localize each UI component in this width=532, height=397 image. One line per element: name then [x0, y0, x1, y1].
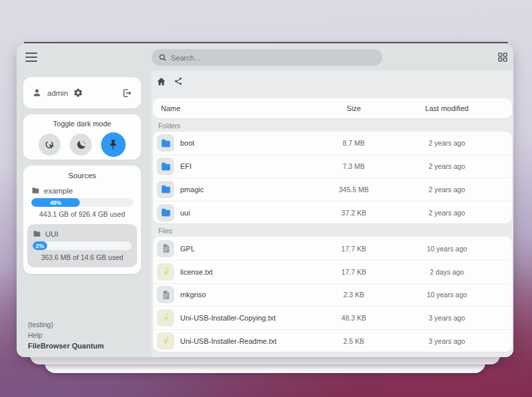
- top-bar: [17, 44, 513, 70]
- listing-section: Folders b: [152, 122, 513, 223]
- help-link[interactable]: Help: [28, 330, 104, 340]
- usage-progressbar: 48%: [31, 198, 133, 207]
- column-modified[interactable]: Last modified: [387, 104, 507, 112]
- username-label: admin: [47, 89, 68, 97]
- app-window: admin Toggle dark mode: [17, 44, 513, 357]
- file-size: 37.2 KB: [321, 209, 387, 217]
- search-bar[interactable]: [152, 49, 382, 66]
- column-name[interactable]: Name: [157, 104, 321, 112]
- dark-mode-card: Toggle dark mode: [23, 114, 141, 160]
- section-label: Files: [158, 227, 513, 235]
- file-listing-panel: Name Size Last modified Folders: [152, 70, 513, 357]
- file-name: license.txt: [180, 268, 213, 276]
- search-input[interactable]: [171, 54, 376, 62]
- menu-icon[interactable]: [25, 53, 37, 62]
- user-icon: [32, 88, 42, 98]
- section-label: Folders: [158, 122, 513, 130]
- settings-gear-icon[interactable]: [73, 88, 83, 98]
- list-header: Name Size Last modified: [153, 98, 512, 118]
- file-row[interactable]: GPL 17.7 KB 10 years ago: [153, 237, 512, 260]
- file-name: pmagic: [180, 186, 203, 194]
- file-name: EFI: [180, 162, 192, 170]
- sources-card: Sources example 48% 443.1 GB of 926.4 GB…: [23, 166, 141, 274]
- file-modified: 3 years ago: [387, 314, 507, 322]
- source-name: example: [44, 187, 72, 195]
- file-list-card: boot 8.7 MB 2 years ago: [153, 132, 512, 223]
- usage-percent: 48%: [50, 199, 61, 206]
- file-type-icon: [157, 181, 174, 198]
- file-row[interactable]: Uni-USB-Installer-Readme.txt 2.5 KB 3 ye…: [153, 329, 512, 352]
- app-name: FileBrowser Quantum: [28, 340, 104, 351]
- sidebar-footer: (testing) Help FileBrowser Quantum: [28, 319, 104, 351]
- file-type-icon: [157, 158, 174, 175]
- usage-progressbar: 2%: [33, 241, 132, 250]
- file-name: uui: [180, 209, 190, 217]
- background-card-edge: [24, 42, 508, 43]
- file-modified: 10 years ago: [387, 245, 507, 253]
- column-size[interactable]: Size: [321, 104, 387, 112]
- sources-list: example 48% 443.1 GB of 926.4 GB used UU…: [23, 184, 141, 267]
- dark-mode-moon-icon[interactable]: [70, 134, 92, 156]
- file-modified: 2 years ago: [387, 186, 507, 194]
- file-row[interactable]: EFI 7.3 MB 2 years ago: [153, 155, 512, 178]
- file-size: 48.3 KB: [321, 314, 387, 322]
- file-name: Uni-USB-Installer-Copying.txt: [180, 314, 276, 322]
- usage-text: 363.6 MB of 14.6 GB used: [33, 253, 132, 261]
- grid-view-icon[interactable]: [497, 52, 508, 63]
- file-modified: 3 years ago: [387, 337, 507, 345]
- file-type-icon: [157, 204, 174, 221]
- file-modified: 2 years ago: [387, 209, 507, 217]
- home-icon[interactable]: [156, 76, 166, 86]
- version-link[interactable]: (testing): [28, 319, 104, 330]
- source-name: UUI: [45, 230, 59, 238]
- file-size: 2.5 KB: [321, 337, 387, 345]
- file-type-icon: [157, 263, 174, 281]
- pin-mode-icon[interactable]: [101, 132, 126, 157]
- folder-icon: [31, 186, 40, 195]
- dark-mode-title: Toggle dark mode: [23, 120, 141, 128]
- file-modified: 10 years ago: [387, 291, 507, 299]
- search-icon: [158, 53, 167, 62]
- file-row[interactable]: Uni-USB-Installer-Copying.txt 48.3 KB 3 …: [153, 306, 512, 329]
- file-modified: 2 years ago: [387, 162, 507, 170]
- usage-text: 443.1 GB of 926.4 GB used: [31, 210, 133, 218]
- file-type-icon: [157, 332, 174, 350]
- file-row[interactable]: license.txt 17.7 KB 2 days ago: [153, 260, 512, 283]
- user-card: admin: [23, 77, 141, 108]
- file-type-icon: [157, 134, 174, 152]
- file-list-card: GPL 17.7 KB 10 years ago: [153, 237, 512, 352]
- listing-sections: Folders b: [152, 122, 513, 352]
- file-size: 7.3 MB: [321, 162, 387, 170]
- file-size: 17.7 KB: [321, 268, 387, 276]
- file-name: boot: [180, 139, 194, 147]
- file-row[interactable]: uui 37.2 KB 2 years ago: [153, 201, 512, 224]
- folder-icon: [33, 229, 41, 238]
- file-row[interactable]: boot 8.7 MB 2 years ago: [153, 132, 512, 155]
- file-type-icon: [157, 286, 174, 303]
- file-modified: 2 years ago: [387, 139, 507, 147]
- share-icon[interactable]: [174, 76, 183, 86]
- sources-title: Sources: [23, 172, 141, 180]
- listing-section: Files GPL: [152, 227, 513, 352]
- source-item[interactable]: UUI 2% 363.6 MB of 14.6 GB used: [27, 224, 137, 267]
- usage-percent: 2%: [36, 243, 44, 249]
- sidebar: admin Toggle dark mode: [17, 70, 152, 357]
- file-type-icon: [157, 309, 174, 327]
- file-name: mkgriso: [180, 291, 206, 299]
- file-name: Uni-USB-Installer-Readme.txt: [180, 337, 277, 345]
- logout-icon[interactable]: [122, 88, 132, 98]
- file-size: 345.5 MB: [321, 186, 387, 194]
- source-item[interactable]: example 48% 443.1 GB of 926.4 GB used: [23, 184, 141, 218]
- file-size: 8.7 MB: [321, 139, 387, 147]
- breadcrumb: [152, 70, 513, 88]
- file-size: 2.3 KB: [321, 291, 387, 299]
- file-name: GPL: [180, 245, 195, 253]
- file-type-icon: [157, 240, 174, 257]
- file-row[interactable]: pmagic 345.5 MB 2 years ago: [153, 178, 512, 201]
- auto-mode-icon[interactable]: [39, 134, 61, 156]
- file-row[interactable]: mkgriso 2.3 KB 10 years ago: [153, 283, 512, 307]
- file-modified: 2 days ago: [387, 268, 507, 276]
- file-size: 17.7 KB: [321, 245, 387, 253]
